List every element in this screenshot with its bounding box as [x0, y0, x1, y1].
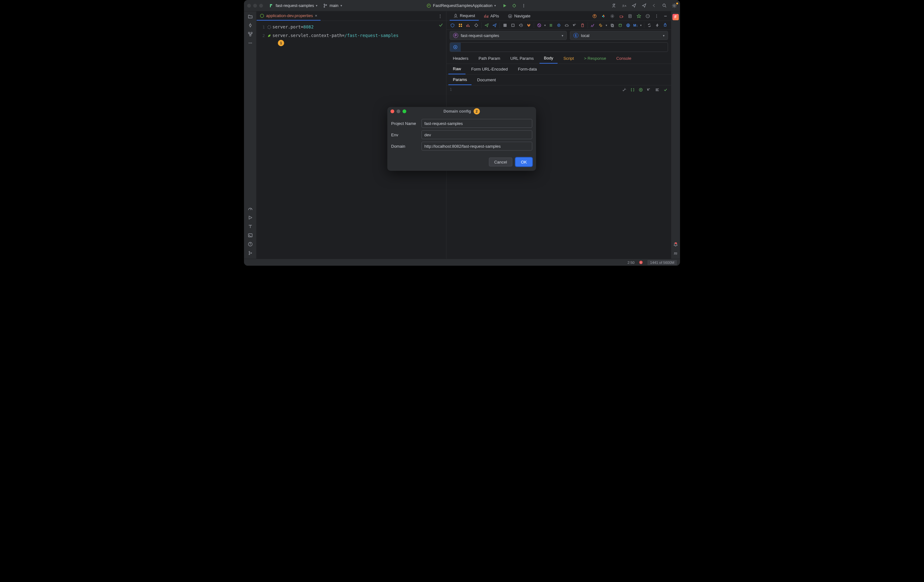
maven-icon[interactable]: m — [673, 251, 678, 256]
aim-icon[interactable] — [556, 23, 562, 28]
translate-icon[interactable]: 文A — [621, 3, 626, 8]
gear-icon[interactable] — [610, 13, 615, 19]
bodytab-form-data[interactable]: Form-data — [513, 64, 541, 74]
folder-icon[interactable] — [248, 14, 253, 19]
wand-icon[interactable] — [622, 87, 627, 92]
cursor-position[interactable]: 2:50 — [627, 260, 634, 264]
chevron-down-icon[interactable]: ▾ — [606, 24, 607, 27]
cloud-icon[interactable] — [564, 23, 569, 28]
plugin-icon[interactable] — [662, 23, 668, 28]
error-indicator-icon[interactable]: ! — [639, 260, 643, 264]
subtab-headers[interactable]: Headers — [449, 53, 473, 63]
list-icon[interactable] — [548, 23, 554, 28]
fast-request-icon[interactable]: F — [672, 14, 679, 20]
back-icon[interactable] — [652, 3, 657, 8]
doc-icon[interactable] — [627, 13, 632, 19]
tab-navigate[interactable]: Navigate — [504, 12, 534, 21]
run-config-selector[interactable]: FastRequestSamplesApplication ▾ — [427, 3, 496, 8]
problems-icon[interactable] — [248, 242, 253, 247]
grid-icon[interactable] — [457, 23, 463, 28]
typography-icon[interactable] — [248, 224, 253, 229]
subtab-response[interactable]: Response — [580, 53, 611, 63]
send-alt-icon[interactable] — [642, 3, 647, 8]
editor-tab-active[interactable]: application-dev.properties × — [257, 12, 320, 21]
kebab-icon[interactable] — [654, 13, 659, 19]
star-icon[interactable] — [636, 13, 642, 19]
globe-icon[interactable] — [625, 23, 631, 28]
code-with-me-icon[interactable] — [611, 3, 616, 8]
search-icon[interactable] — [662, 3, 667, 8]
run-button[interactable] — [502, 3, 507, 8]
dialog-window-controls[interactable] — [391, 109, 406, 113]
vcs-log-icon[interactable] — [248, 251, 253, 256]
tab-apis[interactable]: APIs — [480, 12, 503, 21]
minimize-window-icon[interactable] — [253, 4, 257, 8]
branch-selector[interactable]: main ▾ — [323, 3, 342, 8]
project-name-field[interactable] — [421, 119, 532, 128]
subtab-url-params[interactable]: URL Params — [506, 53, 538, 63]
paramstab-params[interactable]: Params — [449, 75, 472, 85]
history-icon[interactable] — [518, 23, 524, 28]
close-tab-icon[interactable]: × — [315, 13, 317, 18]
notifications-icon[interactable] — [673, 242, 678, 247]
copy-icon[interactable] — [609, 23, 615, 28]
memory-indicator[interactable]: 1441 of 5600M — [647, 260, 677, 265]
ok-button[interactable]: OK — [515, 158, 532, 167]
undo-icon[interactable] — [647, 87, 652, 92]
link-icon[interactable] — [598, 23, 604, 28]
stop-icon[interactable] — [510, 23, 516, 28]
chevron-down-icon[interactable]: ▾ — [544, 24, 546, 27]
terminal-icon[interactable] — [248, 233, 253, 238]
gauge-icon[interactable] — [248, 206, 253, 211]
window-controls[interactable] — [247, 4, 263, 8]
shield-icon[interactable] — [450, 23, 455, 28]
subtab-console[interactable]: Console — [612, 53, 636, 63]
lightning-icon[interactable] — [654, 23, 660, 28]
prohibit-icon[interactable] — [536, 23, 542, 28]
revert-icon[interactable] — [572, 23, 578, 28]
run-tool-icon[interactable] — [248, 215, 253, 220]
url-input-group[interactable] — [450, 42, 668, 52]
database-icon[interactable] — [617, 23, 623, 28]
upload-icon[interactable] — [592, 13, 597, 19]
save-icon[interactable] — [502, 23, 508, 28]
brackets-icon[interactable] — [630, 87, 635, 92]
commit-icon[interactable] — [248, 23, 253, 28]
maximize-window-icon[interactable] — [259, 4, 263, 8]
inspection-ok-icon[interactable] — [439, 23, 443, 27]
domain-field[interactable] — [421, 142, 532, 150]
ai-icon[interactable] — [638, 87, 644, 92]
paramstab-document[interactable]: Document — [473, 75, 500, 85]
trash-icon[interactable] — [580, 23, 586, 28]
subtab-path-param[interactable]: Path Param — [474, 53, 505, 63]
curl-icon[interactable] — [590, 23, 596, 28]
slack-icon[interactable] — [601, 13, 606, 19]
http-method-selector[interactable] — [450, 43, 461, 51]
send-icon[interactable] — [484, 23, 490, 28]
send-icon[interactable] — [631, 3, 636, 8]
debug-button[interactable] — [512, 3, 517, 8]
bodytab-raw[interactable]: Raw — [449, 64, 465, 74]
subtab-body[interactable]: Body — [540, 53, 558, 64]
settings-icon[interactable] — [672, 3, 677, 8]
markdown-icon[interactable]: M↓ — [633, 23, 638, 28]
cancel-button[interactable]: Cancel — [489, 158, 512, 167]
bodytab-form-url[interactable]: Form URL-Encoded — [467, 64, 512, 74]
env-dropdown[interactable]: E local ▾ — [570, 31, 668, 40]
structure-icon[interactable] — [248, 31, 253, 37]
send-all-icon[interactable] — [492, 23, 497, 28]
project-dropdown[interactable]: P fast-request-samples ▾ — [450, 31, 567, 40]
target-icon[interactable] — [474, 23, 479, 28]
chevron-down-icon[interactable]: ▾ — [640, 24, 642, 27]
close-window-icon[interactable] — [391, 109, 394, 113]
coffee-icon[interactable] — [619, 13, 624, 19]
tab-request[interactable]: Request — [450, 12, 479, 21]
refresh-icon[interactable] — [647, 23, 652, 28]
minimize-icon[interactable] — [663, 13, 668, 19]
env-field[interactable] — [421, 130, 532, 139]
format-icon[interactable] — [655, 87, 660, 92]
project-selector[interactable]: fast-request-samples ▾ — [269, 3, 317, 8]
gitlab-icon[interactable] — [526, 23, 531, 28]
close-window-icon[interactable] — [247, 4, 251, 8]
subtab-script[interactable]: Script — [559, 53, 578, 63]
